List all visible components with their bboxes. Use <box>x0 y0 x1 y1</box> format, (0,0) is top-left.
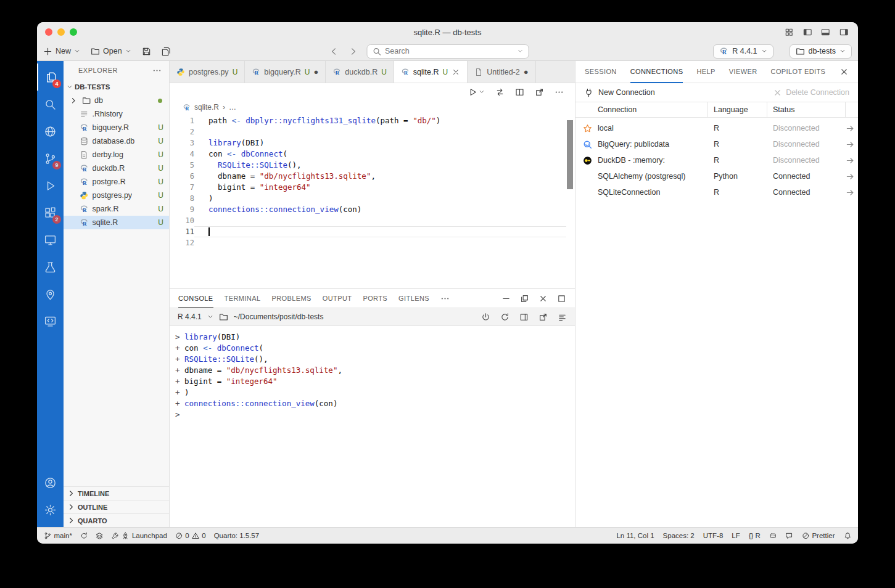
activity-search[interactable] <box>37 91 64 118</box>
code-line-9[interactable]: 9connections::connection_view(con) <box>170 204 575 215</box>
connect-action[interactable] <box>846 156 858 165</box>
code-line-5[interactable]: 5 RSQLite::SQLite(), <box>170 160 575 171</box>
feedback-icon[interactable] <box>785 532 793 540</box>
more-actions-icon[interactable] <box>440 294 450 303</box>
connection-row-sqliteconnection[interactable]: SQLiteConnectionRConnected <box>575 184 858 200</box>
open-in-editor-icon[interactable] <box>538 312 548 322</box>
toggle-right-panel-icon[interactable] <box>839 28 849 37</box>
clear-console-icon[interactable] <box>558 312 567 322</box>
tab-sqlite-r[interactable]: Rsqlite.RU <box>394 61 468 83</box>
close-tab-icon[interactable] <box>452 68 460 76</box>
explorer-item-spark-r[interactable]: Rspark.RU <box>64 202 169 216</box>
save-all-icon[interactable] <box>162 47 171 56</box>
quarto-status[interactable]: Quarto: 1.5.57 <box>214 532 260 539</box>
code-line-6[interactable]: 6 dbname = "db/nycflights13.sqlite", <box>170 171 575 182</box>
console-interpreter[interactable]: R 4.4.1 <box>178 312 202 321</box>
restart-console-icon[interactable] <box>500 312 509 322</box>
activity-quarto[interactable] <box>37 280 64 308</box>
delete-connection-button[interactable]: Delete Connection <box>773 88 849 97</box>
shutdown-console-icon[interactable] <box>481 312 490 322</box>
layout-grid-icon[interactable] <box>785 28 794 37</box>
line-col-status[interactable]: Ln 11, Col 1 <box>616 532 654 539</box>
close-right-panel-icon[interactable] <box>839 67 849 76</box>
explorer-item-bigquery-r[interactable]: Rbigquery.RU <box>64 121 169 134</box>
toggle-console-view-icon[interactable] <box>519 312 529 322</box>
save-icon[interactable] <box>142 47 151 56</box>
minimize-window-button[interactable] <box>57 28 65 36</box>
code-line-12[interactable]: 12 <box>170 237 575 248</box>
close-window-button[interactable] <box>45 28 52 36</box>
open-in-window-icon[interactable] <box>535 88 544 97</box>
panel-tab-ports[interactable]: PORTS <box>363 289 387 308</box>
explorer-root[interactable]: DB-TESTS <box>64 80 169 94</box>
panel-tab-gitlens[interactable]: GITLENS <box>398 289 429 308</box>
zoom-window-button[interactable] <box>70 28 77 36</box>
git-branch-status[interactable]: main* <box>44 532 72 540</box>
layers-status-icon[interactable] <box>96 532 104 540</box>
panel-tab-problems[interactable]: PROBLEMS <box>271 289 311 308</box>
activity-source-control[interactable]: 9 <box>37 145 64 172</box>
panel-layout-icon[interactable] <box>557 294 566 303</box>
activity-run-debug[interactable] <box>37 172 64 199</box>
console-output[interactable]: > library(DBI)+ con <- dbConnect(+ RSQLi… <box>170 326 575 527</box>
problems-status[interactable]: 0 0 <box>175 532 206 540</box>
explorer-item-derby-log[interactable]: derby.logU <box>64 148 169 161</box>
connection-row-sqlalchemy-postgresql[interactable]: SQLAlchemy (postgresql)PythonConnected <box>575 168 858 184</box>
connect-action[interactable] <box>846 140 858 149</box>
panel-tab-terminal[interactable]: TERMINAL <box>225 289 261 308</box>
editor-scrollbar[interactable] <box>567 120 574 189</box>
panel-tab-console[interactable]: CONSOLE <box>178 289 213 308</box>
encoding-status[interactable]: UTF-8 <box>703 532 724 539</box>
connection-row-local[interactable]: localRDisconnected <box>575 120 858 136</box>
right-tab-help[interactable]: HELP <box>696 61 715 83</box>
sidebar-section-outline[interactable]: OUTLINE <box>64 500 169 513</box>
indentation-status[interactable]: Spaces: 2 <box>663 532 695 539</box>
code-line-8[interactable]: 8) <box>170 193 575 204</box>
breadcrumb[interactable]: R sqlite.R › … <box>170 100 575 114</box>
activity-remote-explorer[interactable] <box>37 308 64 335</box>
connection-row-duckdb-memory[interactable]: DuckDB - :memory:RDisconnected <box>575 152 858 168</box>
more-actions-icon[interactable] <box>555 88 564 97</box>
notifications-bell-icon[interactable] <box>844 532 852 540</box>
code-editor[interactable]: 1path <- dbplyr::nycflights131_sqlite(pa… <box>170 114 575 288</box>
close-panel-icon[interactable] <box>538 294 548 303</box>
right-tab-copilot-edits[interactable]: COPILOT EDITS <box>771 61 826 83</box>
code-line-7[interactable]: 7 bigint = "integer64" <box>170 182 575 193</box>
explorer-item-postgre-r[interactable]: Rpostgre.RU <box>64 175 169 189</box>
breadcrumb-more[interactable]: … <box>229 103 236 112</box>
right-tab-viewer[interactable]: VIEWER <box>729 61 757 83</box>
activity-help[interactable] <box>37 118 64 145</box>
chevron-down-icon[interactable] <box>207 314 213 320</box>
interpreter-selector[interactable]: R R 4.4.1 <box>713 44 773 59</box>
code-line-4[interactable]: 4con <- dbConnect( <box>170 149 575 160</box>
activity-explorer[interactable]: 4 <box>37 63 64 91</box>
connect-action[interactable] <box>846 172 858 181</box>
code-line-11[interactable]: 11 <box>170 226 575 237</box>
code-line-1[interactable]: 1path <- dbplyr::nycflights131_sqlite(pa… <box>170 115 575 126</box>
new-connection-button[interactable]: New Connection <box>598 88 655 97</box>
explorer-item-database-db[interactable]: database.dbU <box>64 134 169 148</box>
open-button[interactable]: Open <box>91 47 131 56</box>
explorer-item-duckdb-r[interactable]: Rduckdb.RU <box>64 161 169 175</box>
toggle-panel-icon[interactable] <box>821 28 830 37</box>
panel-tab-output[interactable]: OUTPUT <box>323 289 352 308</box>
connect-action[interactable] <box>846 188 858 197</box>
connect-action[interactable] <box>846 124 858 133</box>
run-source-button[interactable] <box>468 88 485 97</box>
maximize-panel-icon[interactable] <box>520 294 529 303</box>
explorer-item-sqlite-r[interactable]: Rsqlite.RU <box>64 216 169 229</box>
breadcrumb-file[interactable]: sqlite.R <box>194 103 219 112</box>
eol-status[interactable]: LF <box>732 532 740 539</box>
activity-testing[interactable] <box>37 253 64 280</box>
code-line-3[interactable]: 3library(DBI) <box>170 137 575 149</box>
prettier-status[interactable]: Prettier <box>802 532 835 540</box>
launchpad-status[interactable]: Launchpad <box>112 532 167 540</box>
forward-button[interactable] <box>349 47 358 56</box>
sidebar-section-quarto[interactable]: QUARTO <box>64 513 169 527</box>
column-header-language[interactable]: Language <box>708 102 767 117</box>
explorer-item-postgres-py[interactable]: postgres.pyU <box>64 189 169 202</box>
explorer-item-rhistory[interactable]: .Rhistory <box>64 107 169 121</box>
activity-devices[interactable] <box>37 226 64 253</box>
minimize-panel-icon[interactable] <box>501 294 511 303</box>
copilot-icon[interactable] <box>769 532 777 540</box>
